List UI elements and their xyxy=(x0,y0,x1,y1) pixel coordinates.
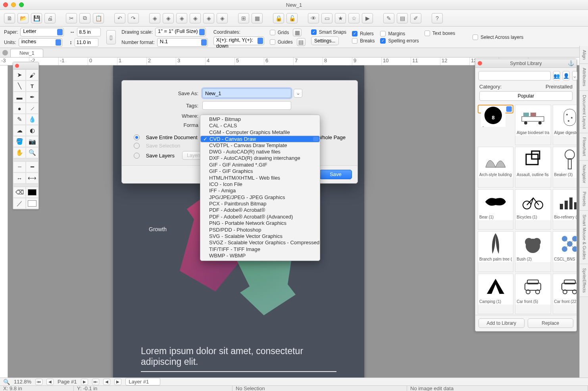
unlock-button[interactable]: 🔓 xyxy=(286,13,298,23)
nav-prev[interactable]: ◀ xyxy=(46,379,54,385)
guides-checkbox[interactable] xyxy=(270,39,275,45)
format-option[interactable]: PSD/PDD - Photoshop xyxy=(200,227,320,233)
scale-select[interactable]: 1" = 1" (Full Size) xyxy=(155,28,206,36)
nav-last[interactable]: ⏭ xyxy=(92,379,99,385)
format-option[interactable]: CAL - CALS xyxy=(200,123,320,129)
brush-tool[interactable]: 🖌 xyxy=(26,69,38,80)
tab-close-icon[interactable] xyxy=(2,50,8,56)
margins-checkbox[interactable] xyxy=(380,31,386,36)
pen-tool[interactable]: ✒ xyxy=(26,92,38,103)
layer-next[interactable]: ▶ xyxy=(114,379,121,385)
category-select[interactable]: Popular xyxy=(479,91,573,101)
camera-tool[interactable]: 📷 xyxy=(26,136,38,147)
side-tab[interactable]: Attributes xyxy=(580,64,588,90)
layer-btn-1[interactable]: ◈ xyxy=(149,13,160,23)
symlib-search[interactable] xyxy=(478,71,551,80)
layer-btn-5[interactable]: ◈ xyxy=(203,13,214,23)
side-tab[interactable]: Presets xyxy=(580,188,588,211)
symlib-find-icon[interactable]: 👥 xyxy=(553,71,560,80)
line-tool[interactable]: ╲ xyxy=(13,80,26,92)
save-dialog-button[interactable]: Save xyxy=(319,170,352,179)
grids-config[interactable]: ▦ xyxy=(293,29,302,36)
add-to-library-button[interactable]: Add to Library xyxy=(478,318,525,328)
layer-prev[interactable]: ◀ xyxy=(103,379,110,385)
pencil-tool[interactable]: ✎ xyxy=(13,114,26,125)
symbol-item[interactable]: Algae digestor (1) xyxy=(553,105,576,145)
fg-color[interactable] xyxy=(26,187,38,198)
breaks-checkbox[interactable] xyxy=(352,38,357,44)
grid-btn-2[interactable]: ▦ xyxy=(252,13,263,23)
symbol-item[interactable]: Bicycles (1) xyxy=(515,189,551,230)
view-button[interactable]: ▭ xyxy=(321,13,332,23)
bucket-tool[interactable]: 🪣 xyxy=(13,136,26,147)
edit-btn-2[interactable]: ▤ xyxy=(397,13,408,23)
symbol-item[interactable]: 88 xyxy=(478,105,513,113)
line-color-tool[interactable]: ／ xyxy=(13,198,26,209)
symbol-item[interactable]: Arch-style building xyxy=(478,147,513,187)
new-doc-button[interactable]: 🗎 xyxy=(4,13,15,23)
replace-button[interactable]: Replace xyxy=(528,318,574,328)
toolbox-close[interactable] xyxy=(15,64,19,68)
format-option[interactable]: CVD - Canvas Draw xyxy=(200,136,320,142)
format-option[interactable]: PDF - Adobe® Acrobat® xyxy=(200,207,320,213)
edit-btn-3[interactable]: ✐ xyxy=(410,13,421,23)
eye-button[interactable]: 👁 xyxy=(308,13,319,23)
copy-button[interactable]: ⧉ xyxy=(79,13,90,23)
cut-button[interactable]: ✂ xyxy=(66,13,77,23)
symlib-find2-icon[interactable]: 👤 xyxy=(563,71,570,80)
saveas-input[interactable] xyxy=(202,88,291,98)
rect-tool[interactable]: ▬ xyxy=(13,92,26,103)
symbol-item[interactable]: Bio-refinery (1) xyxy=(553,189,576,230)
nav-next[interactable]: ▶ xyxy=(81,379,88,385)
format-option[interactable]: BMP - Bitmap xyxy=(200,116,320,123)
lock-button[interactable]: 🔒 xyxy=(273,13,284,23)
format-option[interactable]: CGM - Computer Graphics Metafile xyxy=(200,129,320,136)
edit-btn-1[interactable]: ✎ xyxy=(383,13,394,23)
symbol-item[interactable]: Car front (5) xyxy=(515,274,551,314)
save-button[interactable]: 💾 xyxy=(31,13,42,23)
tags-input[interactable] xyxy=(202,101,291,110)
numfmt-select[interactable]: N.1 xyxy=(157,38,208,47)
layer-btn-2[interactable]: ◈ xyxy=(163,13,174,23)
help-button[interactable]: ? xyxy=(432,13,443,23)
symbol-item[interactable]: Bear (1) xyxy=(478,189,513,230)
symbol-item[interactable]: Camping (1) xyxy=(478,274,513,314)
doc-tab[interactable]: New_1 xyxy=(10,49,43,57)
blur-tool[interactable]: ◐ xyxy=(26,125,38,136)
symlib-dropdown[interactable]: ⌄ xyxy=(572,71,577,80)
paper-select[interactable]: Letter xyxy=(20,28,64,36)
nav-first[interactable]: ⏮ xyxy=(35,379,42,385)
spelling-checkbox[interactable]: ✓ xyxy=(380,38,386,44)
symbol-item[interactable]: Bush (2) xyxy=(515,231,551,272)
side-tab[interactable]: Align xyxy=(580,46,588,64)
units-select[interactable]: inches xyxy=(19,38,62,47)
grids-checkbox[interactable] xyxy=(270,30,275,35)
hand-tool[interactable]: ✋ xyxy=(13,147,26,158)
redo-button[interactable]: ↷ xyxy=(128,13,139,23)
format-option[interactable]: CVDTPL - Canvas Draw Template xyxy=(200,142,320,149)
format-option[interactable]: DXF - AutoCAD(R) drawing interchange xyxy=(200,155,320,161)
width-input[interactable] xyxy=(77,28,101,36)
ellipse-tool[interactable]: ● xyxy=(13,103,26,114)
select-across-checkbox[interactable] xyxy=(473,34,478,40)
bg-color[interactable] xyxy=(26,198,38,209)
symbol-item[interactable]: Algae biodiesel tra xyxy=(515,105,551,145)
symbol-item[interactable]: CSCL_BNS xyxy=(553,231,576,272)
format-option[interactable]: PDF - Adobe® Acrobat® (Advanced) xyxy=(200,214,320,220)
format-option[interactable]: SVG - Scalable Vector Graphics xyxy=(200,233,320,240)
symbol-item[interactable]: Beaker (3) xyxy=(553,147,576,187)
side-tab[interactable]: Smart Mouse & Guides xyxy=(580,211,588,264)
format-option[interactable]: JPG/JPE/JPEG - JPEG Graphics xyxy=(200,194,320,201)
rulers-checkbox[interactable]: ✓ xyxy=(352,31,357,36)
symbol-item[interactable]: Branch palm tree ( xyxy=(478,231,513,272)
layer-btn-4[interactable]: ◈ xyxy=(190,13,201,23)
layer-btn-6[interactable]: ◈ xyxy=(217,13,228,23)
side-tab[interactable]: Document Layout xyxy=(580,91,588,133)
format-option[interactable]: TIF/TIFF - TIFF Image xyxy=(200,246,320,253)
symbol-item[interactable]: Car front (22) xyxy=(553,274,576,314)
format-option[interactable]: DWG - AutoCAD(R) native files xyxy=(200,149,320,155)
undo-button[interactable]: ↶ xyxy=(114,13,125,23)
measure-tool[interactable]: ⟋ xyxy=(26,103,38,114)
zoom-value[interactable]: 112.8% xyxy=(14,379,31,385)
zoom-icon[interactable]: 🔍 xyxy=(3,379,10,385)
